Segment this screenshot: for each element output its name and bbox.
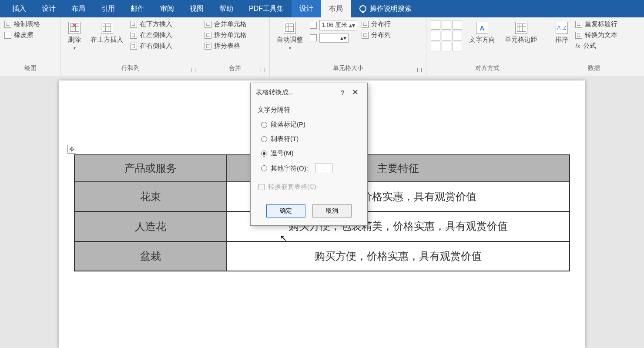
tab-review[interactable]: 审阅 [152,0,182,17]
tab-references[interactable]: 引用 [93,0,123,17]
formula-icon: fx [575,42,580,50]
dialog-launcher-icon[interactable] [191,68,195,72]
sort-icon: A↓Z [556,22,568,34]
group-label-draw: 绘图 [4,63,56,75]
tab-help[interactable]: 帮助 [211,0,241,17]
split-table-icon [205,43,211,50]
col-width-input[interactable]: ▴▾ [310,33,357,43]
chevron-down-icon: ▾ [74,46,76,50]
tab-view[interactable]: 视图 [182,0,211,17]
insert-left-button[interactable]: 在左侧插入 [130,31,172,39]
radio-icon [261,165,267,171]
delete-button[interactable]: 删除 ▾ [65,20,84,52]
tab-insert[interactable]: 插入 [4,0,34,17]
ribbon-tabs: 插入 设计 布局 引用 邮件 审阅 视图 帮助 PDF工具集 设计 布局 操作说… [0,0,644,17]
radio-comma[interactable]: 逗号(M) [260,146,358,161]
tab-design[interactable]: 设计 [34,0,64,17]
radio-paragraph[interactable]: 段落标记(P) [260,117,358,132]
tab-layout[interactable]: 布局 [64,0,93,17]
separator-group-label: 文字分隔符 [258,106,360,114]
insert-right-button[interactable]: 在右侧插入 [130,42,172,50]
convert-to-text-button[interactable]: 转换为文本 [575,31,617,39]
insert-left-icon [130,32,137,39]
merge-cells-icon [205,21,211,28]
radio-tab[interactable]: 制表符(T) [260,132,358,146]
distribute-rows-button[interactable]: 分布行 [362,20,391,28]
draw-table-icon [4,21,11,28]
dialog-title: 表格转换成... [256,88,336,97]
delete-icon [68,22,80,34]
draw-table-button[interactable]: 绘制表格 [4,20,40,28]
convert-text-icon [575,32,582,39]
eraser-icon [4,32,11,39]
cancel-button[interactable]: 取消 [312,204,352,218]
group-label-merge: 合并 [205,63,265,75]
table-cell[interactable]: 购买方便，价格实惠，具有观赏价值 [226,241,570,271]
ribbon: 绘制表格 橡皮擦 绘图 删除 ▾ 在上方插入 在下方插入 在左侧插入 在右侧插入… [0,17,644,76]
sort-button[interactable]: A↓Z 排序 [553,20,571,46]
document-area: ✥ 产品或服务 主要特征 花束 装精美，价格实惠，具有观赏价值 人造花 购买方便… [0,76,644,348]
insert-below-button[interactable]: 在下方插入 [130,20,172,28]
page: ✥ 产品或服务 主要特征 花束 装精美，价格实惠，具有观赏价值 人造花 购买方便… [59,80,585,348]
insert-above-button[interactable]: 在上方插入 [88,20,126,46]
alignment-grid[interactable] [431,20,462,51]
text-direction-button[interactable]: A 文字方向 [466,20,498,46]
radio-icon [261,151,267,157]
table-cell[interactable]: 人造花 [74,211,226,241]
group-label-align: 对齐方式 [431,63,543,75]
split-table-button[interactable]: 拆分表格 [205,42,247,50]
row-height-input[interactable]: 1.06 厘米▴▾ [310,20,357,30]
table-move-handle[interactable]: ✥ [67,145,76,154]
tab-table-layout[interactable]: 布局 [321,0,351,17]
tab-table-design[interactable]: 设计 [292,0,321,17]
group-label-cell-size: 单元格大小 [274,63,422,75]
convert-table-dialog: 表格转换成... ? ✕ 文字分隔符 段落标记(P) 制表符(T) 逗号(M) … [250,83,368,226]
merge-cells-button[interactable]: 合并单元格 [205,20,247,28]
height-icon [310,22,317,29]
autofit-button[interactable]: 自动调整 ▾ [274,20,305,52]
dist-cols-icon [362,32,369,39]
repeat-header-icon [575,21,582,28]
split-cells-button[interactable]: 拆分单元格 [205,31,247,39]
table-cell[interactable]: 花束 [74,182,226,211]
dialog-help-button[interactable]: ? [336,89,349,96]
group-label-rows-cols: 行和列 [65,63,195,75]
insert-right-icon [130,43,137,50]
group-label-data: 数据 [553,63,635,75]
insert-above-icon [101,22,113,34]
radio-icon [261,122,267,128]
checkbox-icon [258,184,265,190]
cell-margins-icon [515,22,527,34]
radio-icon [261,136,267,142]
nested-table-checkbox: 转换嵌套表格(C) [258,180,360,194]
table-cell[interactable]: 盆栽 [74,241,226,271]
close-icon[interactable]: ✕ [349,87,362,97]
autofit-icon [284,22,296,34]
dist-rows-icon [362,21,369,28]
eraser-button[interactable]: 橡皮擦 [4,31,40,39]
dialog-launcher-icon[interactable] [417,68,422,72]
tab-mailings[interactable]: 邮件 [123,0,152,17]
insert-below-icon [130,21,137,28]
radio-other[interactable]: 其他字符(O): [260,161,358,176]
text-direction-icon: A [476,22,488,34]
chevron-down-icon: ▾ [289,46,291,50]
tell-me-search[interactable]: 操作说明搜索 [351,4,412,13]
width-icon [310,34,317,41]
tell-me-label: 操作说明搜索 [370,4,412,13]
dialog-launcher-icon[interactable] [261,68,265,72]
table-header-cell[interactable]: 产品或服务 [74,155,226,182]
lightbulb-icon [359,5,366,12]
tab-pdf-tools[interactable]: PDF工具集 [241,0,292,17]
formula-button[interactable]: fx公式 [575,42,617,50]
other-char-input[interactable] [315,164,332,173]
split-cells-icon [205,32,211,39]
repeat-header-button[interactable]: 重复标题行 [575,20,617,28]
ok-button[interactable]: 确定 [266,204,305,218]
cell-margins-button[interactable]: 单元格边距 [502,20,540,46]
distribute-cols-button[interactable]: 分布列 [362,31,391,39]
